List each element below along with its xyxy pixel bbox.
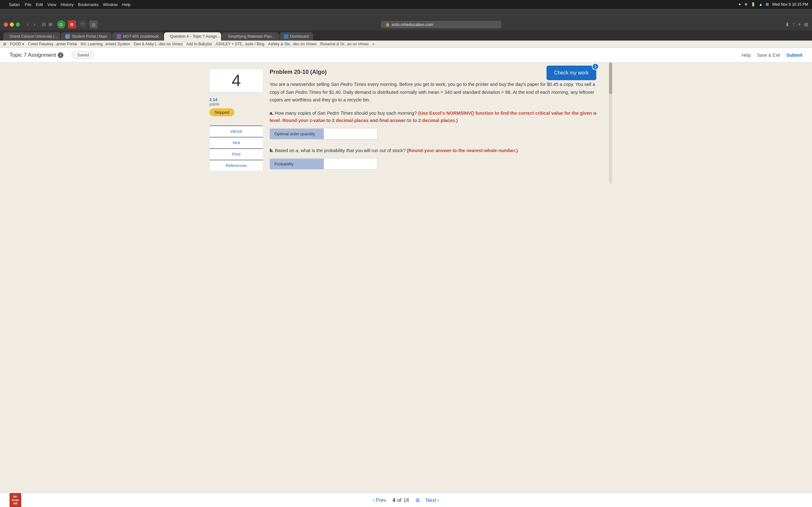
menu-file[interactable]: File — [25, 2, 32, 7]
part-a-question: How many copies of San Pedro Times shoul… — [270, 111, 598, 123]
datetime: Wed Nov 9 10:15 PM — [772, 2, 808, 7]
question-sidebar: 4 2.14 points Skipped eBook Hint Print R… — [209, 69, 263, 177]
part-a-label: a. — [270, 111, 273, 116]
bookmark-ashley-site[interactable]: ASHLEY + STE...bsite / Blog — [216, 42, 264, 46]
menu-edit[interactable]: Edit — [36, 2, 43, 7]
forward-button[interactable]: › — [32, 21, 37, 28]
hint-button[interactable]: Hint — [210, 137, 263, 148]
tab-question4[interactable]: Question 4 – Topic 7 Assign... — [164, 32, 221, 41]
close-button[interactable] — [4, 22, 8, 26]
scrollbar-track[interactable] — [609, 62, 612, 183]
minimize-button[interactable] — [10, 22, 14, 26]
header-right: Help Save & Exit Submit — [742, 52, 803, 58]
check-my-work-badge: 1 — [592, 63, 599, 70]
share-icon[interactable]: ↑ — [792, 21, 795, 27]
traffic-lights — [4, 22, 20, 26]
submit-button[interactable]: Submit — [786, 52, 803, 58]
bookmark-more[interactable]: » — [372, 42, 374, 46]
check-my-work-button[interactable]: Check my work 1 — [547, 66, 596, 80]
part-b-question: Based on a, what is the probability that… — [275, 148, 518, 153]
save-exit-button[interactable]: Save & Exit — [757, 53, 780, 58]
part-b-instruction-red: (Round your answer to the nearest whole … — [407, 148, 518, 153]
tab-gcu[interactable]: Grand Canyon University |... — [3, 32, 60, 41]
part-b-answer-input[interactable] — [324, 158, 377, 169]
tab-overview-icon[interactable]: ⊞ — [49, 21, 53, 27]
bookmark-dan-abby[interactable]: Dan & Abby |...deo on Vimeo — [134, 42, 183, 46]
app-title-container: Topic 7 Assignment i — [9, 52, 63, 58]
battery-icon: 🔋 — [751, 2, 756, 7]
menu-bookmarks[interactable]: Bookmarks — [78, 2, 99, 7]
part-b-answer-row: Probability % — [270, 158, 377, 170]
points-value: 2.14 — [209, 97, 263, 102]
shield-icon: 🛡 — [79, 20, 87, 29]
question-number: 4 — [213, 72, 260, 89]
ebook-button[interactable]: eBook — [210, 125, 263, 137]
part-a-answer-input[interactable] — [324, 128, 377, 139]
grammarly-icon: G — [57, 20, 65, 29]
tab-student[interactable]: Student Portal | Main — [61, 32, 112, 41]
saved-badge: Saved — [72, 51, 94, 59]
question-part-a: a. How many copies of San Pedro Times sh… — [270, 110, 603, 139]
print-button[interactable]: Print — [210, 148, 263, 160]
menu-safari[interactable]: Safari — [9, 2, 20, 7]
lock-icon: 🔒 — [386, 22, 390, 26]
references-button[interactable]: References — [210, 160, 263, 171]
mac-menubar: Safari File Edit View History Bookmarks … — [0, 0, 812, 9]
bookmark-roxanne[interactable]: Roxanne & Gr...eo on Vimeo — [320, 42, 369, 46]
wifi-icon: ✦ — [738, 2, 741, 7]
tab-gradebook[interactable]: MGT-655 Gradebook — [112, 32, 163, 41]
page-title: Topic 7 Assignment — [9, 52, 56, 58]
tab-bar: Grand Canyon University |... Student Por… — [0, 31, 812, 41]
control-center-icon: ⊞ — [766, 2, 769, 7]
download-icon[interactable]: ⬇ — [785, 21, 789, 27]
tab-switcher-icon[interactable]: ⊞ — [804, 21, 808, 27]
info-icon[interactable]: i — [58, 52, 63, 58]
app-header: Topic 7 Assignment i Saved Help Save & E… — [0, 48, 812, 62]
bookmark-ashley-vimeo[interactable]: Ashley & Ste...deo on Vimeo — [268, 42, 316, 46]
back-button[interactable]: ‹ — [25, 21, 31, 28]
reader-icon: ▤ — [90, 20, 98, 29]
new-tab-icon[interactable]: + — [798, 21, 801, 27]
sidebar-links: eBook Hint Print References — [209, 125, 263, 171]
part-b-label: b. — [270, 148, 274, 153]
check-my-work-label: Check my work — [554, 70, 589, 75]
content-area: Check my work 1 4 2.14 points Skipped eB… — [200, 62, 612, 183]
url-text: ezto.mheducation.com — [392, 22, 433, 27]
part-a-answer-label: Optimal order quantity — [270, 129, 324, 139]
tab-dashboard[interactable]: Dashboard — [280, 32, 313, 41]
bookmark-food[interactable]: FOOD ▾ — [10, 42, 24, 46]
menu-help[interactable]: Help — [122, 2, 131, 7]
bookmark-ihi[interactable]: IHI: Learning...ement System — [81, 42, 130, 46]
bookmark-babylist[interactable]: Add to Babylist — [187, 42, 212, 46]
problem-content: Problem 20-10 (Algo) You are a newsvendo… — [270, 69, 603, 177]
menu-view[interactable]: View — [47, 2, 56, 7]
menu-window[interactable]: Window — [103, 2, 118, 7]
bookmarks-bar: ⊞ FOOD ▾ Cvent Passkey...anner Portal IH… — [0, 41, 812, 48]
part-a-answer-row: Optimal order quantity — [270, 128, 377, 139]
page-wrapper: Topic 7 Assignment i Saved Help Save & E… — [0, 48, 812, 492]
bookmark-cvent[interactable]: Cvent Passkey...anner Portal — [28, 42, 77, 46]
question-part-b: b. Based on a, what is the probability t… — [270, 147, 603, 170]
part-b-answer-label: Probability — [270, 159, 324, 169]
help-button[interactable]: Help — [742, 53, 751, 58]
wifi-signal-icon: ▲ — [759, 2, 763, 7]
readwise-icon: R — [68, 20, 76, 29]
check-my-work-container: Check my work 1 — [547, 66, 596, 80]
skipped-badge: Skipped — [209, 108, 235, 116]
scrollbar-thumb[interactable] — [609, 62, 612, 94]
points-label: points — [209, 102, 263, 107]
browser-toolbar: ‹ › ⊟ ⊞ G R 🛡 ▤ 🔒 ezto.mheducation.com ⬇… — [0, 18, 812, 31]
tab-simplifying[interactable]: Simplifying Materials Plan... — [222, 32, 279, 41]
bluetooth-icon: ✲ — [745, 2, 748, 7]
bookmark-apps-icon[interactable]: ⊞ — [3, 42, 6, 46]
problem-text: You are a newsvendor selling San Pedro T… — [270, 80, 603, 104]
question-number-box: 4 — [209, 69, 263, 92]
address-bar[interactable]: 🔒 ezto.mheducation.com — [381, 21, 502, 28]
sidebar-toggle-icon[interactable]: ⊟ — [42, 21, 46, 27]
maximize-button[interactable] — [16, 22, 20, 26]
menu-history[interactable]: History — [61, 2, 73, 7]
